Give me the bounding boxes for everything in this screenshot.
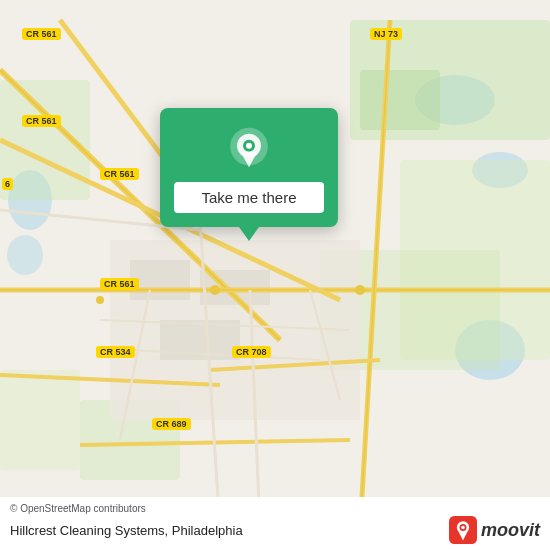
svg-point-47 [461, 526, 465, 530]
svg-rect-14 [130, 260, 190, 300]
road-label-cr534: CR 534 [96, 346, 135, 358]
svg-point-37 [96, 296, 104, 304]
road-label-6: 6 [2, 178, 13, 190]
svg-rect-7 [360, 70, 440, 130]
svg-point-35 [210, 285, 220, 295]
map-attribution: © OpenStreetMap contributors [10, 503, 540, 514]
road-label-cr708: CR 708 [232, 346, 271, 358]
bottom-bar: © OpenStreetMap contributors Hillcrest C… [0, 497, 550, 550]
location-pin-icon [225, 126, 273, 174]
road-label-cr561-mid-left: CR 561 [22, 115, 61, 127]
road-label-nj73: NJ 73 [370, 28, 402, 40]
moovit-icon [449, 516, 477, 544]
location-text: Hillcrest Cleaning Systems, Philadelphia [10, 523, 243, 538]
map-background [0, 0, 550, 550]
svg-point-5 [7, 235, 43, 275]
location-info-row: Hillcrest Cleaning Systems, Philadelphia… [10, 516, 540, 544]
svg-rect-12 [0, 370, 80, 470]
road-label-cr561-mid: CR 561 [100, 168, 139, 180]
svg-point-36 [355, 285, 365, 295]
moovit-brand-text: moovit [481, 520, 540, 541]
road-label-cr561-top: CR 561 [22, 28, 61, 40]
take-me-there-button[interactable]: Take me there [174, 182, 324, 213]
moovit-logo: moovit [449, 516, 540, 544]
popup-card: Take me there [160, 108, 338, 227]
svg-point-42 [246, 143, 252, 149]
road-label-cr561-lower: CR 561 [100, 278, 139, 290]
road-label-cr689: CR 689 [152, 418, 191, 430]
map-container: CR 561 NJ 73 CR 561 CR 561 CR 561 CR 534… [0, 0, 550, 550]
